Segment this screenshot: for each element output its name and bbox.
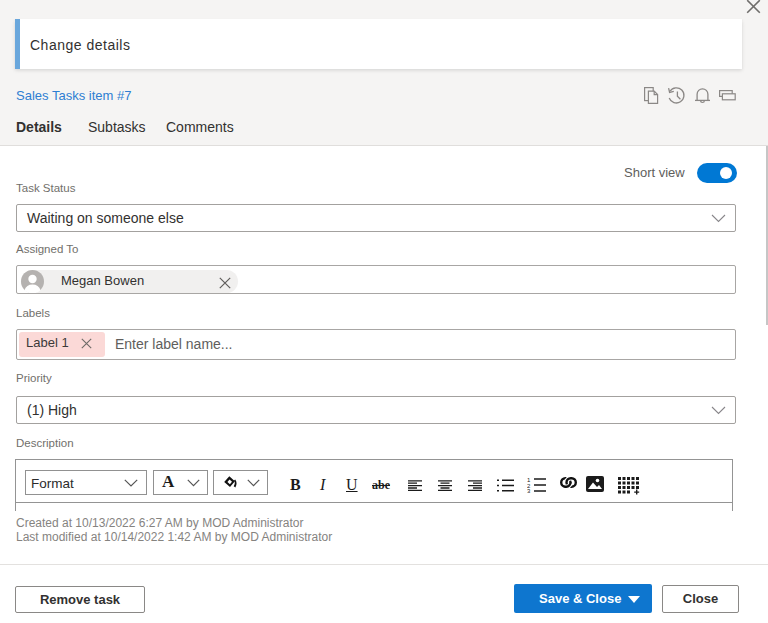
- svg-text:3: 3: [527, 488, 531, 493]
